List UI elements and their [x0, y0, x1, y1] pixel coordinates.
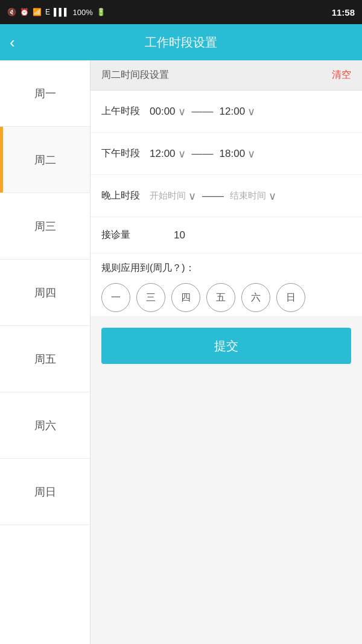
morning-label: 上午时段 [101, 105, 150, 118]
afternoon-start-chevron[interactable]: ∨ [178, 147, 186, 161]
evening-end-placeholder: 结束时间 [230, 190, 266, 202]
afternoon-time-row: 下午时段 12:00 ∨ —— 18:00 ∨ [91, 133, 362, 175]
evening-end-chevron[interactable]: ∨ [268, 190, 276, 203]
sidebar-item-wed[interactable]: 周三 [0, 193, 90, 260]
main-layout: 周一 周二 周三 周四 周五 周六 周日 周二时间段设置 清空 上午时段 [0, 60, 362, 644]
sidebar-item-thu[interactable]: 周四 [0, 260, 90, 326]
apply-rules-section: 规则应用到(周几？)： 一 三 四 五 六 日 [91, 253, 362, 316]
signal-bars-icon: ▌▌▌ [54, 8, 69, 16]
battery-label: 100% [73, 8, 93, 17]
reception-value: 10 [174, 229, 185, 241]
day-circle-thu[interactable]: 四 [171, 283, 200, 312]
afternoon-end-picker[interactable]: 18:00 ∨ [220, 147, 256, 161]
status-icons: 🔇 ⏰ 📶 E ▌▌▌ 100% 🔋 [7, 8, 106, 17]
signal-icon: E [45, 8, 50, 16]
day-circle-sun[interactable]: 日 [276, 283, 305, 312]
sidebar-item-sat[interactable]: 周六 [0, 392, 90, 459]
sidebar-item-tue[interactable]: 周二 [0, 127, 90, 193]
morning-start-picker[interactable]: 00:00 ∨ [150, 105, 186, 118]
morning-start-time: 00:00 [150, 106, 176, 118]
day-circle-sat[interactable]: 六 [241, 283, 270, 312]
section-title: 周二时间段设置 [101, 69, 169, 81]
afternoon-end-chevron[interactable]: ∨ [247, 147, 255, 161]
apply-label: 规则应用到(周几？)： [101, 262, 351, 275]
day-circle-wed[interactable]: 三 [136, 283, 165, 312]
morning-time-row: 上午时段 00:00 ∨ —— 12:00 ∨ [91, 91, 362, 133]
sidebar-item-sun[interactable]: 周日 [0, 459, 90, 525]
evening-end-picker[interactable]: 结束时间 ∨ [230, 190, 276, 203]
afternoon-start-picker[interactable]: 12:00 ∨ [150, 147, 186, 161]
morning-end-picker[interactable]: 12:00 ∨ [220, 105, 256, 118]
afternoon-label: 下午时段 [101, 147, 150, 160]
clock-display: 11:58 [332, 7, 355, 18]
morning-end-time: 12:00 [220, 106, 246, 118]
morning-start-chevron[interactable]: ∨ [178, 105, 186, 118]
day-circles-container: 一 三 四 五 六 日 [101, 283, 351, 312]
battery-icon: 🔋 [97, 8, 106, 16]
morning-end-chevron[interactable]: ∨ [247, 105, 255, 118]
sidebar-item-fri[interactable]: 周五 [0, 326, 90, 392]
section-header: 周二时间段设置 清空 [91, 60, 362, 91]
submit-button[interactable]: 提交 [101, 328, 351, 364]
afternoon-start-time: 12:00 [150, 148, 176, 160]
evening-start-placeholder: 开始时间 [150, 190, 186, 202]
evening-start-chevron[interactable]: ∨ [188, 190, 196, 203]
wifi-icon: 📶 [33, 8, 42, 16]
clear-button[interactable]: 清空 [332, 69, 351, 81]
afternoon-dash: —— [192, 147, 214, 160]
submit-container: 提交 [91, 316, 362, 376]
sidebar-item-mon[interactable]: 周一 [0, 60, 90, 127]
day-circle-fri[interactable]: 五 [206, 283, 235, 312]
evening-start-picker[interactable]: 开始时间 ∨ [150, 190, 196, 203]
page-title: 工作时段设置 [145, 34, 217, 51]
reception-label: 接诊量 [101, 229, 150, 241]
evening-dash: —— [202, 190, 224, 202]
day-circle-mon[interactable]: 一 [101, 283, 130, 312]
evening-label: 晚上时段 [101, 190, 150, 202]
alarm-icon: ⏰ [20, 8, 29, 16]
content-spacer [91, 376, 362, 644]
back-button[interactable]: ‹ [10, 34, 15, 50]
content-area: 周二时间段设置 清空 上午时段 00:00 ∨ —— 12:00 ∨ 下午时段 … [91, 60, 362, 644]
reception-row: 接诊量 10 [91, 217, 362, 253]
day-sidebar: 周一 周二 周三 周四 周五 周六 周日 [0, 60, 91, 644]
afternoon-end-time: 18:00 [220, 148, 246, 160]
evening-time-row: 晚上时段 开始时间 ∨ —— 结束时间 ∨ [91, 175, 362, 217]
app-header: ‹ 工作时段设置 [0, 24, 362, 60]
mute-icon: 🔇 [7, 8, 16, 16]
status-bar: 🔇 ⏰ 📶 E ▌▌▌ 100% 🔋 11:58 [0, 0, 362, 24]
morning-dash: —— [192, 105, 214, 118]
